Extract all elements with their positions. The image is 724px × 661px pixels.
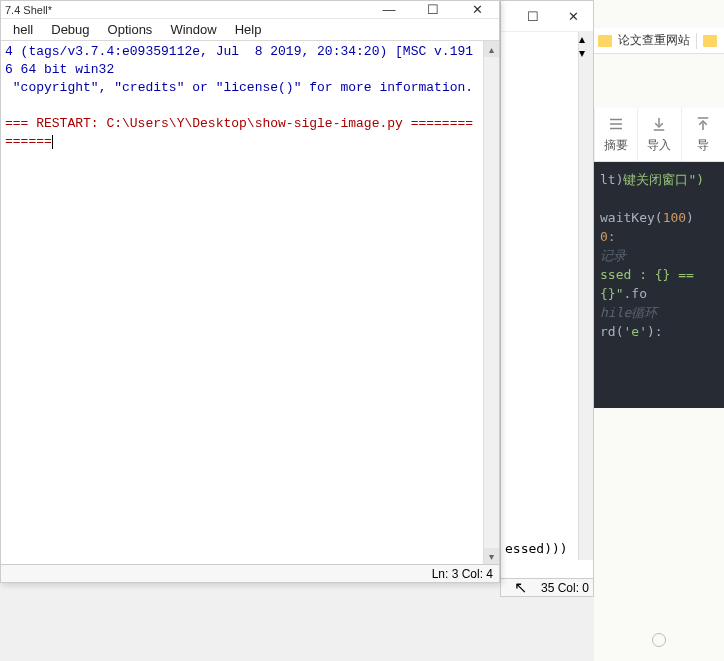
toolbar-label: 摘要 (604, 137, 628, 154)
vertical-scrollbar[interactable]: ▴ ▾ (483, 41, 499, 564)
code-line: ssed : {} == {}".fo (600, 265, 718, 303)
scroll-down-button[interactable]: ▾ (484, 548, 499, 564)
vertical-scrollbar[interactable]: ▴ ▾ (578, 32, 593, 560)
chevron-down-icon: ▾ (489, 551, 494, 562)
folder-icon (703, 35, 717, 47)
status-lncol: 35 Col: 0 (541, 581, 589, 595)
maximize-button[interactable]: ☐ (513, 2, 553, 30)
status-bar: Ln: 3 Col: 4 (1, 564, 499, 582)
download-icon (650, 115, 668, 133)
bookmark-link[interactable]: 论文查重网站 (618, 32, 690, 49)
status-lncol: Ln: 3 Col: 4 (432, 567, 493, 581)
bookmarks-bar: 论文查重网站 (594, 28, 724, 54)
menu-debug[interactable]: Debug (43, 20, 97, 39)
menu-bar: hell Debug Options Window Help (1, 19, 499, 41)
divider (696, 33, 697, 49)
upload-icon (694, 115, 712, 133)
code-line: waitKey(100) (600, 208, 718, 227)
menu-window[interactable]: Window (162, 20, 224, 39)
status-bar: 35 Col: 0 (501, 578, 593, 596)
close-icon: ✕ (472, 2, 483, 17)
titlebar[interactable]: 7.4 Shell* — ☐ ✕ (1, 1, 499, 19)
titlebar[interactable]: ☐ ✕ (501, 1, 593, 31)
toolbar-import-button[interactable]: 导入 (637, 108, 680, 161)
minimize-button[interactable]: — (367, 1, 411, 19)
app-toolbar: 摘要 导入 导 (594, 108, 724, 162)
scroll-up-button[interactable]: ▴ (579, 32, 593, 46)
toolbar-export-button[interactable]: 导 (681, 108, 724, 161)
code-editor-panel: lt)键关闭窗口") waitKey(100) 0: 记录 ssed : {} … (594, 162, 724, 408)
menu-options[interactable]: Options (100, 20, 161, 39)
chevron-up-icon: ▴ (489, 44, 494, 55)
code-line: 0: (600, 227, 718, 246)
shell-restart-line: === RESTART: C:\Users\Y\Desktop\show-sig… (5, 116, 473, 149)
idle-shell-window: 7.4 Shell* — ☐ ✕ hell Debug Options Wind… (0, 0, 500, 583)
maximize-icon: ☐ (527, 9, 539, 24)
chevron-down-icon: ▾ (579, 46, 585, 60)
code-line: rd('e'): (600, 322, 718, 341)
code-text: essed))) (505, 541, 568, 556)
maximize-button[interactable]: ☐ (411, 1, 455, 19)
menu-help[interactable]: Help (227, 20, 270, 39)
code-line (600, 189, 718, 208)
secondary-window: ☐ ✕ ▴ ▾ essed))) 35 Col: 0 (500, 0, 594, 597)
close-icon: ✕ (568, 9, 579, 24)
list-icon (607, 115, 625, 133)
shell-info-line: "copyright", "credits" or "license()" fo… (5, 80, 473, 95)
minimize-icon: — (383, 2, 396, 17)
shell-version-line: 4 (tags/v3.7.4:e09359112e, Jul 8 2019, 2… (5, 44, 473, 77)
toolbar-abstract-button[interactable]: 摘要 (594, 108, 637, 161)
close-button[interactable]: ✕ (553, 2, 593, 30)
window-title: 7.4 Shell* (5, 4, 367, 16)
folder-icon (598, 35, 612, 47)
editor-area[interactable]: ▴ ▾ essed))) (501, 31, 593, 578)
close-button[interactable]: ✕ (455, 1, 499, 19)
toolbar-label: 导 (697, 137, 709, 154)
text-caret (52, 135, 53, 149)
pagination-indicator (652, 633, 666, 647)
code-line: 记录 (600, 246, 718, 265)
menu-shell[interactable]: hell (5, 20, 41, 39)
toolbar-label: 导入 (647, 137, 671, 154)
code-line: hile循环 (600, 303, 718, 322)
scroll-down-button[interactable]: ▾ (579, 46, 593, 60)
code-line: lt)键关闭窗口") (600, 170, 718, 189)
scroll-up-button[interactable]: ▴ (484, 41, 499, 57)
chevron-up-icon: ▴ (579, 32, 585, 46)
maximize-icon: ☐ (427, 2, 439, 17)
editor-wrap: 4 (tags/v3.7.4:e09359112e, Jul 8 2019, 2… (1, 41, 499, 564)
shell-output[interactable]: 4 (tags/v3.7.4:e09359112e, Jul 8 2019, 2… (1, 41, 483, 564)
window-controls: — ☐ ✕ (367, 1, 499, 19)
